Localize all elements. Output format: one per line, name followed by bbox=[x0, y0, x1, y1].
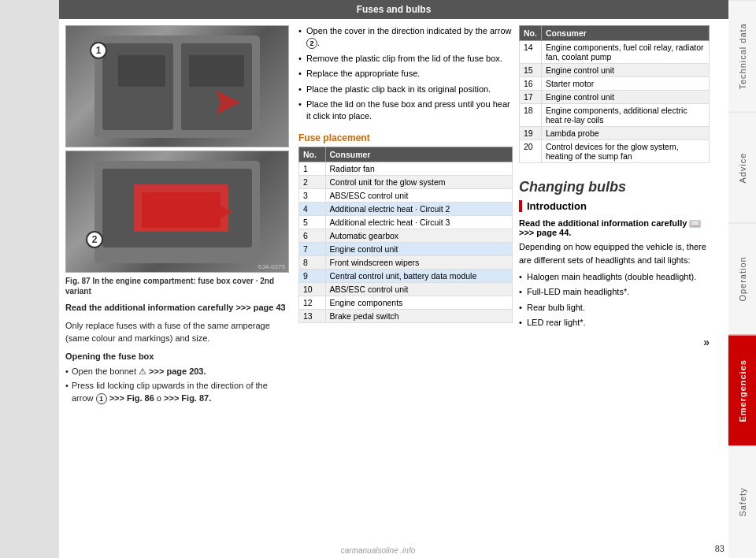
image-placeholder-1: 1 bbox=[66, 26, 288, 147]
row-no: 7 bbox=[299, 242, 326, 255]
row-no: 3 bbox=[299, 188, 326, 202]
row-no: 18 bbox=[520, 104, 542, 127]
right-sidebar: Technical dataAdviceOperationEmergencies… bbox=[728, 0, 756, 558]
page-number: 83 bbox=[715, 544, 724, 553]
table-row: 8Front windscreen wipers bbox=[299, 255, 513, 269]
row-consumer: Engine components, fuel coil relay, radi… bbox=[541, 41, 709, 64]
table-row: 18Engine components, additional electric… bbox=[520, 104, 710, 127]
header-title: Fuses and bulbs bbox=[357, 4, 432, 15]
intro-bullet-list: Open the cover in the direction indicate… bbox=[298, 25, 513, 126]
row-no: 9 bbox=[299, 269, 326, 282]
row-no: 13 bbox=[299, 309, 326, 322]
table-row: 14Engine components, fuel coil relay, ra… bbox=[520, 41, 710, 64]
content-body: 1 bbox=[59, 19, 728, 558]
engine-svg-1 bbox=[87, 28, 268, 146]
left-text: Read the additional information carefull… bbox=[65, 301, 289, 407]
row-no: 5 bbox=[299, 215, 326, 229]
badge-2: 2 bbox=[86, 231, 103, 248]
consumer-col-label: Consumer bbox=[541, 26, 709, 41]
row-no: 4 bbox=[299, 202, 326, 215]
row-no: 14 bbox=[520, 41, 542, 64]
row-no: 6 bbox=[299, 229, 326, 242]
row-consumer: Front windscreen wipers bbox=[325, 255, 512, 269]
row-no: 2 bbox=[299, 175, 326, 188]
sidebar-section-operation[interactable]: Operation bbox=[728, 223, 756, 335]
left-margin bbox=[0, 0, 59, 558]
consumer-col-no: No. bbox=[520, 26, 542, 41]
header-bar: Fuses and bulbs bbox=[59, 0, 728, 19]
right-bullet-3: Rear bulb light. bbox=[519, 302, 710, 314]
table-row: 5Additional electric heat · Circuit 3 bbox=[299, 215, 513, 229]
table-row: 15Engine control unit bbox=[520, 64, 710, 77]
left-bullet-1: Open the bonnet ⚠ >>> page 203. bbox=[65, 366, 289, 378]
introduction-header: Introduction bbox=[519, 200, 710, 212]
sidebar-section-advice[interactable]: Advice bbox=[728, 112, 756, 224]
image-placeholder-2: 2 6JA-0275 bbox=[66, 151, 288, 272]
sidebar-section-safety[interactable]: Safety bbox=[728, 446, 756, 558]
row-no: 16 bbox=[520, 77, 542, 91]
read-info-bold: Read the additional information carefull… bbox=[519, 218, 710, 237]
table-row: 20Control devices for the glow system, h… bbox=[520, 140, 710, 163]
fuse-placement-title: Fuse placement bbox=[298, 132, 513, 143]
table-row: 16Starter motor bbox=[520, 77, 710, 91]
icon-ref: 📖 bbox=[689, 220, 701, 228]
row-consumer: Engine control unit bbox=[541, 91, 709, 104]
col-consumer: Consumer bbox=[325, 147, 512, 162]
table-row: 12Engine components bbox=[299, 296, 513, 309]
row-consumer: Control unit for the glow system bbox=[325, 175, 512, 188]
changing-bulbs-section: Changing bulbs Introduction Read the add… bbox=[519, 179, 710, 348]
table-row: 3ABS/ESC control unit bbox=[299, 188, 513, 202]
intro-bullet-5: Place the lid on the fuse box and press … bbox=[298, 99, 513, 123]
table-row: 1Radiator fan bbox=[299, 162, 513, 175]
section1-body: Only replace fuses with a fuse of the sa… bbox=[65, 319, 289, 345]
sidebar-section-technical-data[interactable]: Technical data bbox=[728, 0, 756, 112]
intro-bullet-2: Remove the plastic clip from the lid of … bbox=[298, 53, 513, 65]
row-consumer: Starter motor bbox=[541, 77, 709, 91]
row-consumer: Engine control unit bbox=[325, 242, 512, 255]
svg-rect-9 bbox=[142, 192, 220, 228]
watermark: carmanualsoline .info bbox=[341, 546, 416, 555]
row-no: 10 bbox=[299, 282, 326, 296]
row-consumer: Radiator fan bbox=[325, 162, 512, 175]
right-bullet-4: LED rear light*. bbox=[519, 317, 710, 329]
fuse-table: No. Consumer 1Radiator fan2Control unit … bbox=[298, 147, 513, 323]
double-arrow: » bbox=[519, 336, 710, 348]
row-no: 19 bbox=[520, 127, 542, 140]
description-text: Depending on how equipped the vehicle is… bbox=[519, 240, 710, 266]
left-bullet-2: Press lid locking clip upwards in the di… bbox=[65, 380, 289, 404]
svg-rect-4 bbox=[189, 55, 244, 87]
consumer-table: No. Consumer 14Engine components, fuel c… bbox=[519, 25, 710, 163]
row-consumer: Additional electric heat · Circuit 2 bbox=[325, 202, 512, 215]
middle-column: Open the cover in the direction indicate… bbox=[295, 19, 516, 558]
row-consumer: Brake pedal switch bbox=[325, 309, 512, 322]
row-consumer: Engine components bbox=[325, 296, 512, 309]
table-row: 17Engine control unit bbox=[520, 91, 710, 104]
right-bullet-list: Halogen main headlights (double headligh… bbox=[519, 271, 710, 329]
row-consumer: ABS/ESC control unit bbox=[325, 282, 512, 296]
row-no: 15 bbox=[520, 64, 542, 77]
left-bullet-list: Open the bonnet ⚠ >>> page 203. Press li… bbox=[65, 366, 289, 404]
right-column: No. Consumer 14Engine components, fuel c… bbox=[516, 19, 713, 558]
intro-bullet-3: Replace the appropriate fuse. bbox=[298, 68, 513, 80]
row-no: 1 bbox=[299, 162, 326, 175]
sidebar-section-emergencies[interactable]: Emergencies bbox=[728, 335, 756, 447]
badge-1: 1 bbox=[90, 42, 107, 59]
row-consumer: Engine components, additional electric h… bbox=[541, 104, 709, 127]
engine-svg-2 bbox=[87, 153, 268, 271]
intro-bullet-4: Place the plastic clip back in its origi… bbox=[298, 84, 513, 95]
section1-title: Read the additional information carefull… bbox=[65, 301, 289, 314]
row-consumer: Engine control unit bbox=[541, 64, 709, 77]
svg-rect-3 bbox=[118, 55, 165, 87]
intro-bullet-1: Open the cover in the direction indicate… bbox=[298, 25, 513, 50]
table-row: 19Lambda probe bbox=[520, 127, 710, 140]
row-consumer: Additional electric heat · Circuit 3 bbox=[325, 215, 512, 229]
table-row: 2Control unit for the glow system bbox=[299, 175, 513, 188]
row-consumer: Lambda probe bbox=[541, 127, 709, 140]
row-consumer: ABS/ESC control unit bbox=[325, 188, 512, 202]
image-caption: Fig. 87 In the engine compartment: fuse … bbox=[65, 276, 289, 296]
row-consumer: Central control unit, battery data modul… bbox=[325, 269, 512, 282]
main-content: Fuses and bulbs 1 bbox=[59, 0, 728, 558]
right-bullet-2: Full-LED main headlights*. bbox=[519, 286, 710, 298]
row-no: 8 bbox=[299, 255, 326, 269]
table-row: 4Additional electric heat · Circuit 2 bbox=[299, 202, 513, 215]
